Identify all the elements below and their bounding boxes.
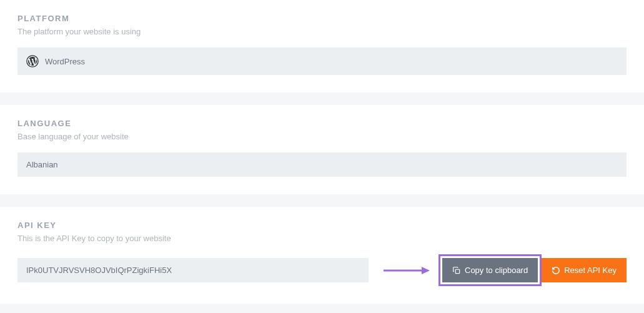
svg-rect-3 <box>455 269 459 273</box>
svg-marker-2 <box>422 267 430 274</box>
api-key-panel: API KEY This is the API Key to copy to y… <box>0 207 644 304</box>
copy-icon <box>452 266 461 275</box>
reset-api-key-button[interactable]: Reset API Key <box>542 258 627 282</box>
language-panel: LANGUAGE Base language of your website A… <box>0 105 644 194</box>
platform-field: WordPress <box>17 47 627 75</box>
platform-panel: PLATFORM The platform your website is us… <box>0 0 644 92</box>
reset-button-label: Reset API Key <box>564 266 617 275</box>
highlight-box: Copy to clipboard <box>438 254 542 286</box>
reset-icon <box>552 266 560 275</box>
language-title: LANGUAGE <box>17 119 627 128</box>
language-field: Albanian <box>17 152 627 177</box>
api-key-title: API KEY <box>17 221 627 230</box>
api-key-description: This is the API Key to copy to your webs… <box>17 234 627 243</box>
wordpress-icon <box>26 55 39 67</box>
copy-button-label: Copy to clipboard <box>465 266 528 275</box>
platform-value: WordPress <box>45 57 85 66</box>
api-key-field[interactable] <box>17 258 369 282</box>
language-value: Albanian <box>26 160 58 169</box>
language-description: Base language of your website <box>17 132 627 141</box>
platform-description: The platform your website is using <box>17 27 627 36</box>
platform-title: PLATFORM <box>17 14 627 23</box>
copy-to-clipboard-button[interactable]: Copy to clipboard <box>442 258 538 282</box>
annotation-arrow <box>369 266 438 275</box>
